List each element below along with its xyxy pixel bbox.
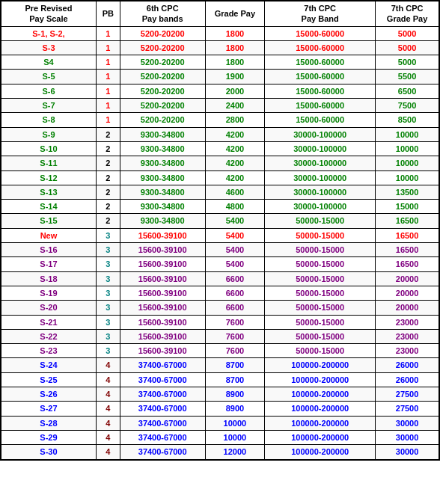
table-cell: 37400-67000	[120, 430, 205, 444]
table-cell: 15600-39100	[120, 257, 205, 271]
table-row: S-25437400-670008700100000-20000026000	[1, 372, 439, 387]
table-cell: 16500	[376, 243, 439, 257]
table-cell: 1800	[205, 40, 265, 55]
table-cell: 4	[96, 416, 120, 430]
table-cell: 4	[96, 372, 120, 387]
table-cell: 5200-20200	[120, 84, 205, 98]
table-cell: 1	[96, 26, 120, 40]
table-cell: 37400-67000	[120, 372, 205, 387]
table-cell: S-15	[1, 214, 96, 228]
table-cell: 1	[96, 55, 120, 70]
table-cell: 7600	[205, 329, 265, 343]
table-cell: S-3	[1, 40, 96, 55]
table-cell: 5500	[376, 70, 439, 84]
table-cell: 1800	[205, 55, 265, 70]
table-cell: 4	[96, 445, 120, 460]
table-cell: S-29	[1, 430, 96, 444]
table-cell: 16500	[376, 214, 439, 228]
table-cell: 3	[96, 301, 120, 315]
table-cell: S-1, S-2,	[1, 26, 96, 40]
table-cell: 4200	[205, 141, 265, 156]
table-cell: 1	[96, 70, 120, 84]
table-cell: 100000-200000	[265, 445, 376, 460]
table-cell: 1900	[205, 70, 265, 84]
table-cell: 9300-34800	[120, 185, 205, 199]
table-row: S-715200-20200240015000-600007500	[1, 99, 439, 113]
table-cell: 4200	[205, 156, 265, 170]
table-cell: 2000	[205, 84, 265, 98]
table-cell: 5400	[205, 243, 265, 257]
table-row: S-1329300-34800460030000-10000013500	[1, 185, 439, 199]
table-cell: 15600-39100	[120, 329, 205, 343]
table-cell: 50000-15000	[265, 214, 376, 228]
table-cell: 8900	[205, 387, 265, 402]
table-cell: 50000-15000	[265, 286, 376, 300]
table-cell: S-16	[1, 243, 96, 257]
table-cell: 7600	[205, 344, 265, 358]
table-cell: S-23	[1, 344, 96, 358]
table-cell: S-18	[1, 271, 96, 286]
table-row: S-30437400-6700012000100000-20000030000	[1, 445, 439, 460]
table-cell: 27500	[376, 387, 439, 402]
table-cell: S-19	[1, 286, 96, 300]
table-cell: 50000-15000	[265, 243, 376, 257]
table-row: S-28437400-6700010000100000-20000030000	[1, 416, 439, 430]
table-cell: 4800	[205, 200, 265, 214]
table-cell: S-27	[1, 402, 96, 416]
table-cell: 23000	[376, 344, 439, 358]
table-cell: 4200	[205, 127, 265, 141]
table-cell: 50000-15000	[265, 315, 376, 329]
table-cell: 6600	[205, 271, 265, 286]
table-cell: 2	[96, 127, 120, 141]
table-cell: 1800	[205, 26, 265, 40]
table-cell: 10000	[376, 127, 439, 141]
table-cell: 4	[96, 430, 120, 444]
table-cell: S-13	[1, 185, 96, 199]
table-cell: 3	[96, 243, 120, 257]
table-cell: S-25	[1, 372, 96, 387]
table-cell: 100000-200000	[265, 358, 376, 372]
table-cell: 6600	[205, 286, 265, 300]
table-cell: 2	[96, 141, 120, 156]
table-cell: 23000	[376, 329, 439, 343]
table-cell: S-12	[1, 170, 96, 185]
table-cell: 9300-34800	[120, 127, 205, 141]
table-cell: 20000	[376, 301, 439, 315]
table-row: S-1, S-2,15200-20200180015000-600005000	[1, 26, 439, 40]
table-cell: 15000-60000	[265, 113, 376, 127]
table-cell: 37400-67000	[120, 402, 205, 416]
table-cell: 15600-39100	[120, 271, 205, 286]
table-cell: 100000-200000	[265, 430, 376, 444]
table-cell: 30000-100000	[265, 156, 376, 170]
table-cell: 10000	[376, 170, 439, 185]
table-cell: 15600-39100	[120, 286, 205, 300]
table-cell: 15000-60000	[265, 26, 376, 40]
table-cell: S-21	[1, 315, 96, 329]
table-cell: 30000	[376, 430, 439, 444]
table-cell: 15600-39100	[120, 228, 205, 242]
table-cell: 5000	[376, 40, 439, 55]
table-row: S-18315600-39100660050000-1500020000	[1, 271, 439, 286]
table-cell: 50000-15000	[265, 257, 376, 271]
table-cell: 37400-67000	[120, 445, 205, 460]
table-cell: 100000-200000	[265, 402, 376, 416]
table-row: S-515200-20200190015000-600005500	[1, 70, 439, 84]
table-cell: 3	[96, 344, 120, 358]
table-cell: S-22	[1, 329, 96, 343]
table-row: S-22315600-39100760050000-1500023000	[1, 329, 439, 343]
table-cell: S-10	[1, 141, 96, 156]
header-7th-grade: 7th CPCGrade Pay	[376, 1, 439, 26]
table-cell: 100000-200000	[265, 416, 376, 430]
table-cell: 10000	[205, 416, 265, 430]
table-cell: S-6	[1, 84, 96, 98]
table-row: S-815200-20200280015000-600008500	[1, 113, 439, 127]
table-cell: 7600	[205, 315, 265, 329]
table-cell: S-11	[1, 156, 96, 170]
table-cell: 15600-39100	[120, 315, 205, 329]
table-row: S-315200-20200180015000-600005000	[1, 40, 439, 55]
table-cell: 3	[96, 228, 120, 242]
table-cell: 30000-100000	[265, 185, 376, 199]
table-cell: S-14	[1, 200, 96, 214]
table-cell: 6600	[205, 301, 265, 315]
table-cell: 30000-100000	[265, 170, 376, 185]
